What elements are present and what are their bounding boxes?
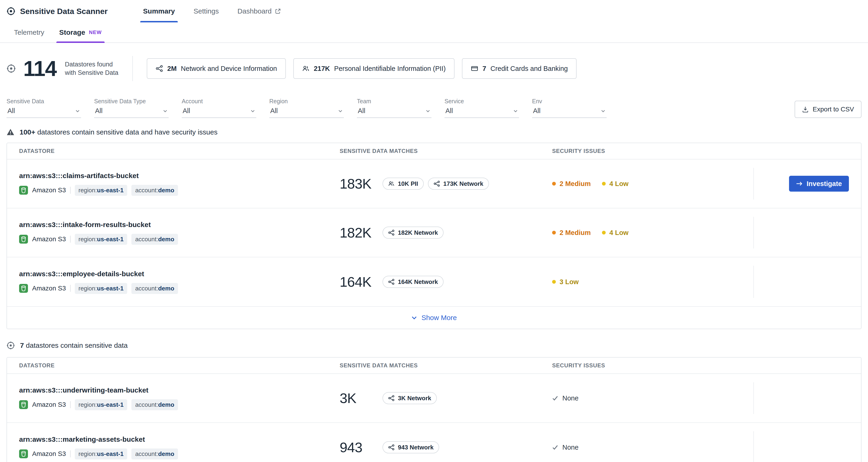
tab-dashboard[interactable]: Dashboard	[228, 0, 290, 22]
table-row-marketing-assets[interactable]: arn:aws:s3:::marketing-assets-bucket Ama…	[7, 423, 861, 462]
scanner-logo-icon	[6, 7, 16, 16]
table-row-claims-artifacts[interactable]: arn:aws:s3:::claims-artifacts-bucket Ama…	[7, 160, 861, 208]
section2-count: 7	[20, 342, 24, 349]
new-badge: NEW	[89, 29, 102, 35]
column-datastore: DATASTORE	[19, 148, 340, 154]
low-dot	[602, 231, 606, 234]
app-title-wrap: Sensitive Data Scanner	[6, 0, 107, 22]
filter-team[interactable]: Team All	[357, 98, 431, 118]
filter-region[interactable]: Region All	[269, 98, 344, 118]
show-more-button[interactable]: Show More	[7, 306, 861, 329]
export-csv-button[interactable]: Export to CSV	[795, 101, 862, 118]
severity-medium: 2 Medium	[552, 229, 591, 237]
clean-datastores-table: DATASTORE SENSITIVE DATA MATCHES SECURIT…	[6, 357, 862, 462]
match-pill-network: 182K Network	[382, 227, 443, 239]
count-label-line1: Datastores found	[65, 60, 118, 68]
filter-sensitive-data[interactable]: Sensitive Data All	[6, 98, 81, 118]
datastore-name: arn:aws:s3:::intake-form-results-bucket	[19, 221, 340, 229]
match-pill-network: 3K Network	[382, 392, 437, 404]
region-tag: region:us-east-1	[75, 399, 127, 410]
datastore-cell: arn:aws:s3:::claims-artifacts-bucket Ama…	[19, 172, 340, 196]
action-cell	[753, 266, 861, 298]
filter-sensitive-data-type[interactable]: Sensitive Data Type All	[94, 98, 169, 118]
service-name: Amazon S3	[32, 450, 66, 458]
column-issues: SECURITY ISSUES	[552, 148, 753, 154]
match-pill-network: 173K Network	[428, 178, 489, 190]
region-label: region:	[79, 187, 97, 194]
chevron-down-icon	[163, 108, 168, 114]
match-count: 943	[340, 439, 382, 456]
table-header: DATASTORE SENSITIVE DATA MATCHES SECURIT…	[7, 143, 861, 160]
action-cell	[753, 217, 861, 249]
column-spacer	[753, 148, 861, 154]
category-credit-card-count: 7	[483, 65, 486, 73]
category-pii-button[interactable]: 217K Personal Identifiable Information (…	[293, 58, 455, 79]
region-label: region:	[79, 450, 97, 458]
subtab-telemetry[interactable]: Telemetry	[6, 22, 52, 42]
account-label: account:	[135, 236, 158, 243]
region-label: region:	[79, 401, 97, 408]
issues-cell: 2 Medium 4 Low	[552, 229, 753, 237]
category-pii-label: Personal Identifiable Information (PII)	[334, 65, 446, 73]
action-cell	[753, 382, 861, 414]
matches-cell: 164K 164K Network	[340, 274, 552, 290]
match-pill-pii: 10K PII	[382, 178, 424, 190]
service-name: Amazon S3	[32, 235, 66, 243]
account-tag: account:demo	[131, 185, 178, 196]
datastore-count: 114	[23, 58, 56, 79]
filter-label: Team	[357, 98, 431, 105]
none-label: None	[562, 443, 579, 451]
alert-count: 100+	[20, 128, 35, 136]
match-count: 182K	[340, 225, 382, 241]
chevron-down-icon	[411, 315, 417, 321]
filter-label: Sensitive Data Type	[94, 98, 169, 105]
subtab-storage[interactable]: Storage NEW	[52, 22, 109, 42]
region-label: region:	[79, 285, 97, 292]
tab-dashboard-label: Dashboard	[237, 7, 272, 15]
severity-label: 2 Medium	[560, 180, 591, 187]
region-value: us-east-1	[97, 187, 123, 194]
sub-tabs: Telemetry Storage NEW	[0, 22, 868, 43]
account-label: account:	[135, 450, 158, 458]
datastore-name: arn:aws:s3:::marketing-assets-bucket	[19, 435, 340, 443]
account-label: account:	[135, 285, 158, 292]
region-tag: region:us-east-1	[75, 283, 127, 294]
account-tag: account:demo	[131, 234, 178, 245]
service-name: Amazon S3	[32, 401, 66, 408]
category-credit-card-button[interactable]: 7 Credit Cards and Banking	[462, 58, 577, 79]
issues-cell: 2 Medium 4 Low	[552, 180, 753, 187]
category-buttons: 2M Network and Device Information 217K P…	[147, 58, 577, 79]
table-row-employee-details[interactable]: arn:aws:s3:::employee-details-bucket Ama…	[7, 257, 861, 306]
tab-settings[interactable]: Settings	[184, 0, 228, 22]
tab-summary[interactable]: Summary	[134, 0, 184, 22]
region-tag: region:us-east-1	[75, 449, 127, 459]
datastore-count-label: Datastores found with Sensitive Data	[65, 60, 118, 77]
category-pii-count: 217K	[314, 65, 330, 73]
severity-label: 4 Low	[610, 180, 628, 187]
table-row-underwriting-team[interactable]: arn:aws:s3:::underwriting-team-bucket Am…	[7, 374, 861, 423]
network-icon	[388, 444, 395, 451]
amazon-s3-icon	[19, 235, 28, 243]
account-label: account:	[135, 187, 158, 194]
investigate-button[interactable]: Investigate	[789, 176, 849, 192]
medium-dot	[552, 231, 556, 234]
filter-account[interactable]: Account All	[182, 98, 256, 118]
filter-service[interactable]: Service All	[444, 98, 519, 118]
action-cell: Investigate	[753, 168, 861, 200]
match-pill-network: 943 Network	[382, 441, 439, 453]
chevron-down-icon	[250, 108, 255, 114]
amazon-s3-icon	[19, 400, 28, 409]
datastore-cell: arn:aws:s3:::employee-details-bucket Ama…	[19, 270, 340, 294]
region-tag: region:us-east-1	[75, 234, 127, 245]
category-network-button[interactable]: 2M Network and Device Information	[147, 58, 286, 79]
filter-env[interactable]: Env All	[532, 98, 607, 118]
chevron-down-icon	[600, 108, 606, 114]
region-label: region:	[79, 236, 97, 243]
category-network-label: Network and Device Information	[181, 65, 277, 73]
filter-label: Region	[269, 98, 344, 105]
table-row-intake-form-results[interactable]: arn:aws:s3:::intake-form-results-bucket …	[7, 208, 861, 257]
top-bar: Sensitive Data Scanner Summary Settings …	[0, 0, 868, 22]
filter-value: All	[183, 107, 190, 115]
checkmark-icon	[552, 444, 558, 450]
match-count: 183K	[340, 176, 382, 192]
